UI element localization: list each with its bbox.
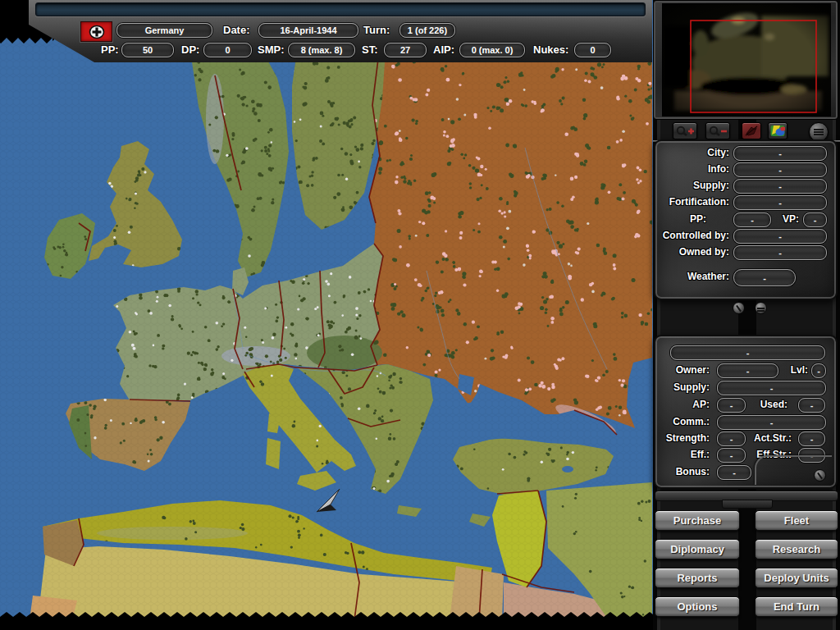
purchase-button[interactable]: Purchase — [655, 510, 740, 531]
map-toolbar — [653, 120, 840, 141]
smp-label: SMP: — [258, 43, 285, 56]
nukes-label: Nukes: — [533, 43, 568, 56]
ap-field: - — [717, 398, 746, 413]
actstr-label: Act.Str.: — [744, 432, 792, 444]
map-mode-button[interactable] — [768, 122, 788, 139]
ap-label: AP: — [655, 399, 710, 410]
turn-value-box: 1 (of 226) — [399, 23, 455, 38]
fortification-label: Fortification: — [655, 196, 729, 208]
fleet-button[interactable]: Fleet — [755, 510, 838, 531]
dp-value-box: 0 — [203, 43, 252, 57]
germany-flag-icon — [80, 21, 112, 42]
lvl-label: Lvl: — [785, 364, 808, 376]
pp-label: PP: — [101, 43, 119, 56]
turn-label: Turn: — [363, 24, 390, 36]
controlled-by-field: - — [733, 229, 827, 244]
zoom-in-button[interactable] — [673, 122, 697, 139]
owned-by-label: Owned by: — [655, 246, 729, 258]
unit-name-field: - — [670, 345, 825, 360]
air-units-mode-button[interactable] — [742, 122, 761, 139]
deploy-units-button[interactable]: Deploy Units — [755, 568, 838, 588]
controlled-by-label: Controlled by: — [655, 230, 729, 241]
screw-icon — [814, 469, 826, 482]
fortification-field: - — [733, 195, 827, 210]
comm-field: - — [717, 415, 826, 430]
top-bar: Germany Date: 16-April-1944 Turn: 1 (of … — [29, 0, 652, 62]
nukes-value-box: 0 — [574, 43, 611, 57]
st-label: ST: — [362, 43, 378, 56]
status-strip — [35, 2, 646, 16]
smp-value-box: 8 (max. 8) — [288, 43, 355, 57]
tile-vp-label: VP: — [776, 213, 799, 225]
right-sidebar: City: - Info: - Supply: - Fortification:… — [653, 0, 840, 630]
supply-label: Supply: — [655, 180, 729, 191]
owner-label: Owner: — [655, 364, 710, 376]
pp-value-box: 50 — [121, 43, 174, 57]
eff-label: Eff.: — [655, 449, 710, 460]
end-turn-button[interactable]: End Turn — [755, 596, 838, 617]
aip-value-box: 0 (max. 0) — [459, 43, 525, 57]
strength-label: Strength: — [655, 432, 710, 444]
screw-icon — [733, 302, 745, 314]
strength-field: - — [717, 431, 746, 446]
tile-info-panel: City: - Info: - Supply: - Fortification:… — [654, 139, 838, 300]
hex-grid-overlay — [0, 0, 656, 630]
bonus-field: - — [717, 465, 751, 480]
options-button[interactable]: Options — [655, 596, 740, 617]
section-divider-stub — [722, 500, 773, 509]
strategic-map[interactable] — [0, 0, 656, 630]
used-field: - — [798, 398, 825, 413]
zoom-out-button[interactable] — [705, 122, 730, 139]
research-button[interactable]: Research — [755, 539, 838, 559]
used-label: Used: — [744, 399, 788, 410]
bonus-label: Bonus: — [655, 466, 710, 477]
weather-label: Weather: — [655, 271, 729, 282]
aip-label: AIP: — [433, 43, 454, 56]
city-field: - — [733, 146, 827, 161]
unit-supply-field: - — [717, 381, 826, 395]
st-value-box: 27 — [384, 43, 427, 57]
actstr-field: - — [798, 431, 825, 446]
diplomacy-button[interactable]: Diplomacy — [655, 539, 740, 559]
owned-by-field: - — [733, 245, 827, 260]
minimap[interactable] — [663, 4, 830, 116]
country-name-box: Germany — [116, 23, 212, 38]
tile-pp-field: - — [733, 212, 771, 227]
date-value-box: 16-April-1944 — [258, 23, 358, 38]
weather-field: - — [733, 269, 796, 286]
game-window: Germany Date: 16-April-1944 Turn: 1 (of … — [0, 0, 840, 630]
unit-supply-label: Supply: — [655, 381, 710, 393]
date-label: Date: — [223, 24, 250, 36]
tile-pp-label: PP: — [655, 213, 706, 225]
minimap-frame — [653, 0, 838, 120]
info-field: - — [733, 162, 827, 177]
supply-field: - — [733, 179, 827, 194]
owner-field: - — [717, 363, 778, 378]
screw-icon — [755, 302, 767, 314]
info-label: Info: — [655, 163, 729, 175]
reports-button[interactable]: Reports — [655, 568, 740, 588]
city-label: City: — [655, 147, 729, 158]
comm-label: Comm.: — [655, 416, 710, 427]
lvl-field: - — [811, 363, 826, 378]
tile-vp-field: - — [803, 212, 827, 227]
unit-info-panel: - Owner: - Lvl: - Supply: - AP: - Used: … — [654, 335, 838, 489]
dp-label: DP: — [181, 43, 199, 56]
eff-field: - — [717, 448, 746, 463]
